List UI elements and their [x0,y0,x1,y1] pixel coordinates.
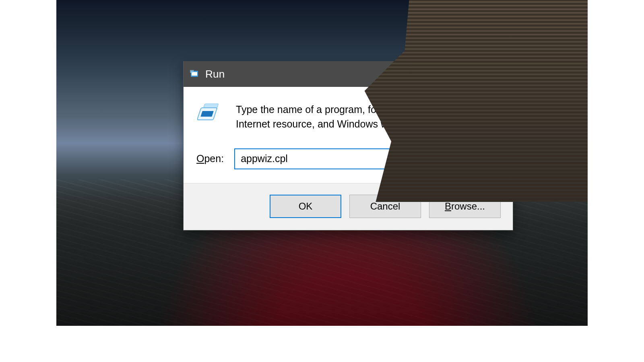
dialog-body: Type the name of a program, folder, docu… [184,87,513,183]
dialog-description: Type the name of a program, folder, docu… [236,102,485,132]
open-combobox[interactable] [234,148,501,169]
open-label: Open: [196,153,224,165]
svg-line-3 [495,71,501,77]
close-button[interactable] [486,61,510,87]
svg-line-4 [495,71,501,77]
dialog-footer: OK Cancel Browse... [184,183,513,230]
titlebar[interactable]: Run [184,61,513,87]
chevron-down-icon[interactable] [486,156,496,162]
run-dialog: Run [183,61,513,230]
browse-button-label: Browse... [445,201,485,212]
browse-button[interactable]: Browse... [429,195,501,218]
cancel-button[interactable]: Cancel [349,195,421,218]
cancel-button-label: Cancel [370,201,400,212]
ok-button-label: OK [299,201,313,212]
desktop-wallpaper: Run [56,0,588,326]
window-title: Run [205,68,225,80]
close-icon [494,70,502,78]
open-input[interactable] [241,153,486,165]
ok-button[interactable]: OK [270,195,341,218]
run-icon [189,69,200,79]
run-app-icon [196,102,225,125]
svg-rect-7 [200,111,214,117]
